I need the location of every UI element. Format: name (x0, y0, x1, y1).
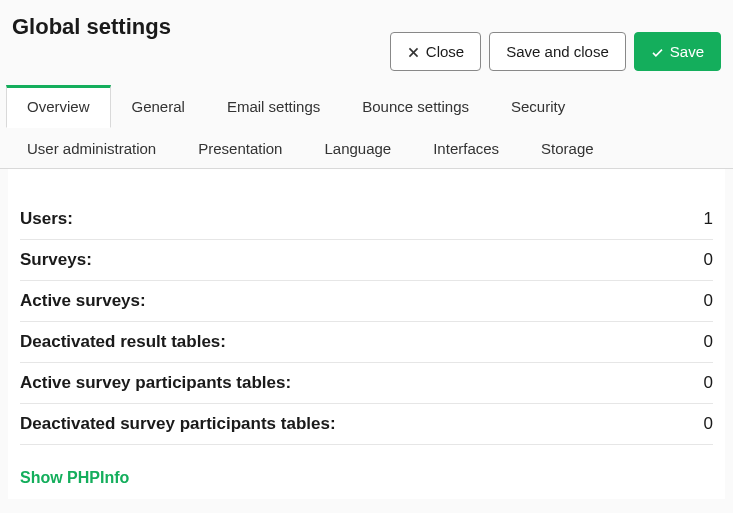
stat-label: Deactivated result tables: (20, 332, 226, 352)
stat-row-surveys: Surveys: 0 (20, 240, 713, 281)
tab-email-settings[interactable]: Email settings (206, 85, 341, 128)
save-button-label: Save (670, 43, 704, 60)
stat-label: Active surveys: (20, 291, 146, 311)
tab-overview[interactable]: Overview (6, 85, 111, 128)
tab-language[interactable]: Language (303, 127, 412, 169)
stat-label: Surveys: (20, 250, 92, 270)
close-icon (407, 45, 420, 58)
stat-value: 0 (704, 291, 713, 311)
tab-user-administration[interactable]: User administration (6, 127, 177, 169)
tab-interfaces[interactable]: Interfaces (412, 127, 520, 169)
stat-label: Users: (20, 209, 73, 229)
stat-label: Deactivated survey participants tables: (20, 414, 336, 434)
stat-value: 0 (704, 414, 713, 434)
action-bar: Close Save and close Save (390, 32, 721, 71)
stat-value: 0 (704, 332, 713, 352)
stat-label: Active survey participants tables: (20, 373, 291, 393)
tab-general[interactable]: General (111, 85, 206, 128)
save-and-close-button[interactable]: Save and close (489, 32, 626, 71)
show-phpinfo-link[interactable]: Show PHPInfo (20, 469, 129, 487)
stat-row-deactivated-participants-tables: Deactivated survey participants tables: … (20, 404, 713, 445)
page-title: Global settings (12, 14, 171, 40)
close-button[interactable]: Close (390, 32, 481, 71)
close-button-label: Close (426, 43, 464, 60)
stat-value: 0 (704, 250, 713, 270)
save-button[interactable]: Save (634, 32, 721, 71)
stat-row-deactivated-result-tables: Deactivated result tables: 0 (20, 322, 713, 363)
stat-row-active-surveys: Active surveys: 0 (20, 281, 713, 322)
stat-value: 1 (704, 209, 713, 229)
tab-storage[interactable]: Storage (520, 127, 615, 169)
stat-value: 0 (704, 373, 713, 393)
stat-row-active-participants-tables: Active survey participants tables: 0 (20, 363, 713, 404)
tab-security[interactable]: Security (490, 85, 586, 128)
tab-presentation[interactable]: Presentation (177, 127, 303, 169)
overview-panel: Users: 1 Surveys: 0 Active surveys: 0 De… (8, 169, 725, 499)
stat-row-users: Users: 1 (20, 199, 713, 240)
check-icon (651, 45, 664, 58)
save-and-close-label: Save and close (506, 43, 609, 60)
tab-bounce-settings[interactable]: Bounce settings (341, 85, 490, 128)
tabs: Overview General Email settings Bounce s… (0, 85, 733, 169)
